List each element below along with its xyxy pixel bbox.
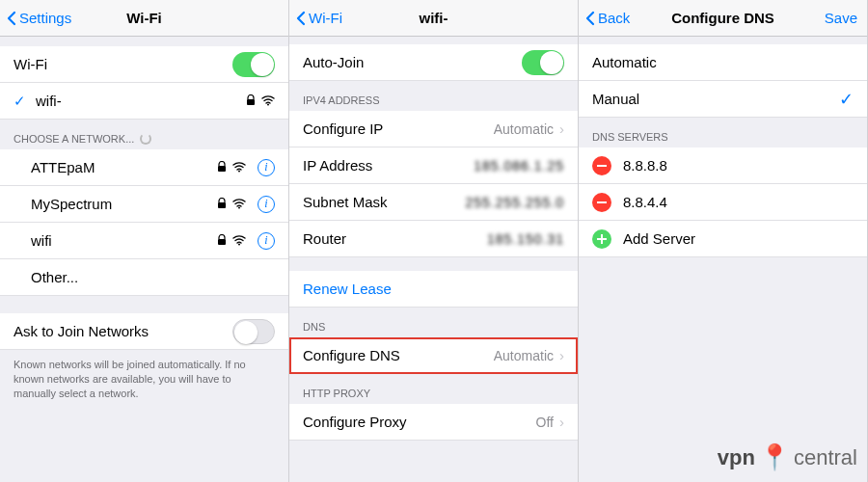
add-server-label: Add Server — [623, 230, 695, 247]
ask-toggle[interactable] — [232, 319, 275, 344]
svg-point-5 — [238, 207, 240, 209]
wifi-icon — [232, 232, 246, 249]
check-icon: ✓ — [839, 89, 854, 110]
network-name: wifi — [31, 232, 52, 249]
dns-auto-row[interactable]: Automatic — [579, 44, 867, 81]
back-button[interactable]: Back — [584, 10, 630, 26]
lock-icon — [217, 232, 227, 249]
delete-icon[interactable] — [592, 193, 611, 212]
router-row: Router 185.150.31 — [289, 221, 578, 257]
dns-server-value: 8.8.8.8 — [623, 157, 667, 174]
svg-rect-4 — [218, 202, 226, 208]
navbar: Settings Wi-Fi — [0, 0, 288, 37]
add-icon[interactable] — [592, 229, 611, 249]
chevron-right-icon: › — [559, 347, 564, 363]
connected-network-name: wifi- — [36, 93, 62, 109]
pin-icon: 📍 — [759, 442, 790, 472]
configure-dns-value: Automatic — [494, 348, 554, 363]
manual-label: Manual — [592, 91, 639, 107]
chevron-left-icon — [584, 11, 596, 26]
ask-footer: Known networks will be joined automatica… — [0, 350, 288, 409]
info-icon[interactable]: i — [258, 196, 275, 213]
chevron-right-icon: › — [559, 120, 564, 137]
wifi-settings-panel: Settings Wi-Fi Wi-Fi ✓ wifi- CHOOSE A NE… — [0, 0, 289, 482]
wifi-label: Wi-Fi — [14, 56, 47, 72]
chevron-left-icon — [6, 11, 17, 26]
back-button[interactable]: Settings — [6, 10, 71, 26]
dns-server-value: 8.8.4.4 — [623, 194, 667, 210]
wifi-icon — [232, 159, 246, 175]
ip-address-row: IP Address 185.086.1.25 — [289, 147, 578, 184]
back-label: Wi-Fi — [309, 10, 342, 26]
save-button[interactable]: Save — [825, 10, 857, 26]
configure-dns-panel: Back Configure DNS Save Automatic Manual… — [579, 0, 868, 482]
page-title: wifi- — [420, 10, 448, 26]
lock-icon — [246, 93, 256, 109]
renew-lease-row[interactable]: Renew Lease — [289, 271, 578, 308]
configure-proxy-label: Configure Proxy — [303, 414, 407, 430]
other-network-row[interactable]: Other... — [0, 259, 288, 296]
info-icon[interactable]: i — [258, 159, 275, 176]
svg-point-3 — [238, 171, 240, 173]
dns-manual-row[interactable]: Manual ✓ — [579, 81, 867, 118]
automatic-label: Automatic — [592, 54, 657, 70]
ipv4-header: IPV4 ADDRESS — [289, 81, 578, 111]
wifi-icon — [232, 196, 246, 212]
ask-to-join-row[interactable]: Ask to Join Networks — [0, 313, 288, 350]
svg-point-7 — [238, 244, 240, 246]
info-icon[interactable]: i — [258, 232, 275, 250]
other-label: Other... — [31, 269, 78, 285]
autojoin-label: Auto-Join — [303, 54, 364, 70]
network-detail-panel: Wi-Fi wifi- Auto-Join IPV4 ADDRESS Confi… — [289, 0, 579, 482]
check-icon: ✓ — [14, 93, 26, 110]
add-server-row[interactable]: Add Server — [579, 221, 867, 257]
wifi-toggle-row[interactable]: Wi-Fi — [0, 46, 288, 83]
svg-rect-2 — [218, 166, 226, 172]
network-row[interactable]: ATTEpaM i — [0, 149, 288, 186]
ip-label: IP Address — [303, 157, 372, 174]
subnet-label: Subnet Mask — [303, 194, 388, 210]
back-label: Back — [598, 10, 630, 26]
ask-label: Ask to Join Networks — [14, 323, 149, 339]
router-label: Router — [303, 230, 346, 247]
network-name: MySpectrum — [31, 196, 112, 212]
choose-network-label: CHOOSE A NETWORK... — [14, 133, 134, 145]
svg-rect-6 — [218, 239, 226, 245]
proxy-header: HTTP PROXY — [289, 374, 578, 404]
configure-proxy-row[interactable]: Configure Proxy Off › — [289, 404, 578, 441]
configure-ip-row[interactable]: Configure IP Automatic › — [289, 111, 578, 147]
navbar: Wi-Fi wifi- — [289, 0, 578, 37]
dns-servers-header: DNS SERVERS — [579, 118, 867, 147]
choose-network-header: CHOOSE A NETWORK... — [0, 120, 288, 149]
svg-point-1 — [267, 104, 269, 106]
connected-network-row[interactable]: ✓ wifi- — [0, 83, 288, 120]
configure-proxy-value: Off — [536, 415, 554, 430]
ip-value: 185.086.1.25 — [474, 158, 564, 174]
delete-icon[interactable] — [592, 156, 611, 175]
back-button[interactable]: Wi-Fi — [295, 10, 342, 26]
configure-dns-row[interactable]: Configure DNS Automatic › — [289, 337, 578, 374]
configure-ip-value: Automatic — [494, 121, 554, 137]
svg-rect-0 — [247, 99, 255, 105]
autojoin-toggle[interactable] — [522, 50, 564, 75]
dns-header: DNS — [289, 308, 578, 337]
chevron-left-icon — [295, 11, 307, 26]
router-value: 185.150.31 — [487, 231, 564, 247]
navbar: Back Configure DNS Save — [579, 0, 867, 37]
watermark: vpn 📍 central — [718, 442, 857, 472]
watermark-vpn: vpn — [718, 445, 755, 470]
page-title: Configure DNS — [671, 10, 774, 26]
network-row[interactable]: MySpectrum i — [0, 186, 288, 223]
lock-icon — [217, 159, 227, 175]
watermark-central: central — [794, 445, 857, 470]
subnet-row: Subnet Mask 255.255.255.0 — [289, 184, 578, 221]
network-name: ATTEpaM — [31, 159, 95, 175]
subnet-value: 255.255.255.0 — [465, 195, 564, 210]
page-title: Wi-Fi — [126, 10, 162, 26]
network-row[interactable]: wifi i — [0, 223, 288, 259]
wifi-toggle[interactable] — [232, 52, 275, 77]
dns-server-row[interactable]: 8.8.8.8 — [579, 147, 867, 184]
configure-ip-label: Configure IP — [303, 120, 383, 137]
dns-server-row[interactable]: 8.8.4.4 — [579, 184, 867, 221]
autojoin-row[interactable]: Auto-Join — [289, 44, 578, 81]
